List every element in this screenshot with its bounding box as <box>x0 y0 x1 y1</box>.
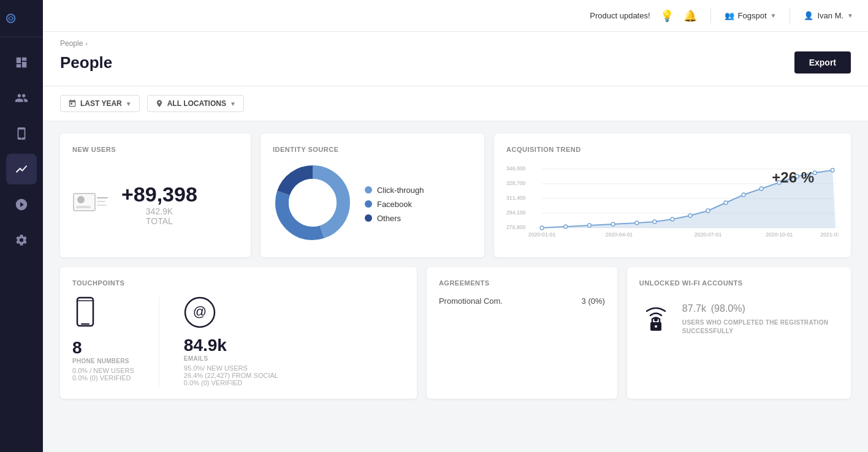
identity-source-title: IDENTITY SOURCE <box>273 146 472 153</box>
trend-title: ACQUISITION TREND <box>506 146 839 153</box>
breadcrumb-chevron: › <box>85 40 87 47</box>
acquisition-trend-card: ACQUISITION TREND +26 % 346,000 328,700 … <box>494 134 851 257</box>
phone-sub1: 0.0% / NEW USERS <box>72 367 134 374</box>
page-title: People <box>60 53 112 72</box>
agreement-value: 3 (0%) <box>582 296 605 306</box>
sidebar-item-people[interactable] <box>6 83 37 113</box>
svg-point-31 <box>724 201 728 205</box>
touchpoints-body: 8 PHONE NUMBERS 0.0% / NEW USERS 0.0% (0… <box>72 296 405 386</box>
wifi-accounts-card: UNLOCKED WI-FI ACCOUNTS <box>627 267 851 399</box>
new-users-count: +89,398 <box>121 183 197 206</box>
sidebar-logo <box>0 7 43 37</box>
legend-item-clickthrough: Click-through <box>365 186 424 195</box>
svg-point-23 <box>564 225 568 228</box>
phone-sub2: 0.0% (0) VERIFIED <box>72 374 134 382</box>
workspace-selector[interactable]: 👥 Fogspot ▼ <box>725 11 777 20</box>
svg-rect-43 <box>77 298 93 326</box>
agreements-card: AGREEMENTS Promotional Com. 3 (0%) <box>427 267 617 399</box>
sidebar-item-analytics[interactable] <box>6 154 37 184</box>
date-filter-button[interactable]: LAST YEAR ▼ <box>60 95 140 112</box>
svg-point-22 <box>540 226 544 230</box>
identity-source-body: Click-through Facebook Others <box>273 163 472 245</box>
page-title-row: People Export <box>60 51 851 73</box>
bottom-cards-row: TOUCHPOINTS 8 <box>60 267 851 399</box>
svg-point-27 <box>653 220 657 224</box>
svg-rect-6 <box>97 205 107 206</box>
identity-source-card: IDENTITY SOURCE <box>261 134 484 257</box>
svg-point-33 <box>760 187 763 190</box>
agreements-title: AGREEMENTS <box>439 279 605 287</box>
wifi-body: 87.7k (98.0%) USERS WHO COMPLETED THE RE… <box>639 296 839 336</box>
legend-item-others: Others <box>365 214 424 223</box>
new-users-stats: +89,398 342.9K TOTAL <box>121 183 197 226</box>
sidebar-item-campaigns[interactable] <box>6 189 37 220</box>
svg-point-25 <box>611 222 615 226</box>
legend-label-facebook: Facebook <box>377 200 412 209</box>
svg-text:2020-01-01: 2020-01-01 <box>528 232 556 238</box>
user-icon: 👤 <box>804 11 813 20</box>
svg-point-10 <box>289 179 337 227</box>
svg-rect-4 <box>97 197 108 198</box>
export-button[interactable]: Export <box>794 51 851 73</box>
legend-dot-clickthrough <box>365 186 372 194</box>
topbar-divider2 <box>790 9 790 23</box>
filters-bar: LAST YEAR ▼ ALL LOCATIONS ▼ <box>43 86 868 121</box>
email-icon: @ <box>184 296 278 331</box>
product-updates-text: Product updates! <box>590 11 650 20</box>
svg-text:2020-07-01: 2020-07-01 <box>695 232 722 238</box>
phone-value: 8 <box>72 338 134 358</box>
agreements-body: Promotional Com. 3 (0%) <box>439 296 605 306</box>
main-content: Product updates! 💡 🔔 👥 Fogspot ▼ 👤 Ivan … <box>43 0 868 452</box>
wifi-stats: 87.7k (98.0%) USERS WHO COMPLETED THE RE… <box>682 296 839 336</box>
phone-icon <box>72 296 134 333</box>
phone-label: PHONE NUMBERS <box>72 358 134 364</box>
svg-text:294,100: 294,100 <box>506 209 526 216</box>
legend-dot-others <box>365 214 372 222</box>
breadcrumb-people[interactable]: People <box>60 39 83 48</box>
user-profile-icon <box>72 189 109 219</box>
touchpoints-email-item: @ 84.9k EMAILS 95.0%/ NEW USERS 26.4% (2… <box>184 296 278 386</box>
agreement-label: Promotional Com. <box>439 296 503 306</box>
svg-text:2021-01-0: 2021-01-0 <box>820 232 839 238</box>
svg-text:328,700: 328,700 <box>506 180 526 186</box>
wifi-lock-icon <box>639 296 672 333</box>
trend-percent: +26 % <box>772 169 814 186</box>
sidebar-item-devices[interactable] <box>6 118 37 149</box>
legend-label-others: Others <box>377 214 401 223</box>
bell-icon[interactable]: 🔔 <box>683 9 697 23</box>
touchpoints-divider <box>159 296 159 386</box>
legend-dot-facebook <box>365 200 372 208</box>
date-filter-arrow: ▼ <box>126 100 132 107</box>
touchpoints-card: TOUCHPOINTS 8 <box>60 267 417 399</box>
svg-text:@: @ <box>193 304 207 319</box>
agreement-row: Promotional Com. 3 (0%) <box>439 296 605 306</box>
sidebar <box>0 0 43 452</box>
location-filter-label: ALL LOCATIONS <box>167 99 226 108</box>
email-label: EMAILS <box>184 355 278 362</box>
touchpoints-title: TOUCHPOINTS <box>72 279 405 287</box>
date-filter-label: LAST YEAR <box>80 99 122 108</box>
svg-text:311,400: 311,400 <box>506 195 526 201</box>
svg-point-26 <box>635 221 639 225</box>
user-menu[interactable]: 👤 Ivan M. ▼ <box>804 11 853 20</box>
donut-chart <box>273 163 352 245</box>
trend-body: +26 % 346,000 328,700 311,400 294,100 27… <box>506 163 839 245</box>
sidebar-item-settings[interactable] <box>6 225 37 255</box>
svg-point-50 <box>655 325 657 328</box>
svg-point-28 <box>671 217 674 221</box>
identity-legend: Click-through Facebook Others <box>365 186 424 223</box>
svg-point-2 <box>77 196 85 203</box>
lightbulb-icon[interactable]: 💡 <box>660 9 674 23</box>
calendar-icon <box>68 99 77 108</box>
topbar: Product updates! 💡 🔔 👥 Fogspot ▼ 👤 Ivan … <box>43 0 868 32</box>
breadcrumb: People › <box>60 39 851 48</box>
wifi-value: 87.7k (98.0%) <box>682 296 839 316</box>
new-users-title: NEW USERS <box>72 146 238 153</box>
svg-point-30 <box>706 209 710 213</box>
wifi-icon-wrap <box>639 296 672 333</box>
svg-point-24 <box>588 224 592 227</box>
svg-text:2020-04-01: 2020-04-01 <box>606 232 633 238</box>
location-filter-button[interactable]: ALL LOCATIONS ▼ <box>147 95 244 112</box>
legend-label-clickthrough: Click-through <box>377 186 424 195</box>
sidebar-item-dashboard[interactable] <box>6 47 37 78</box>
